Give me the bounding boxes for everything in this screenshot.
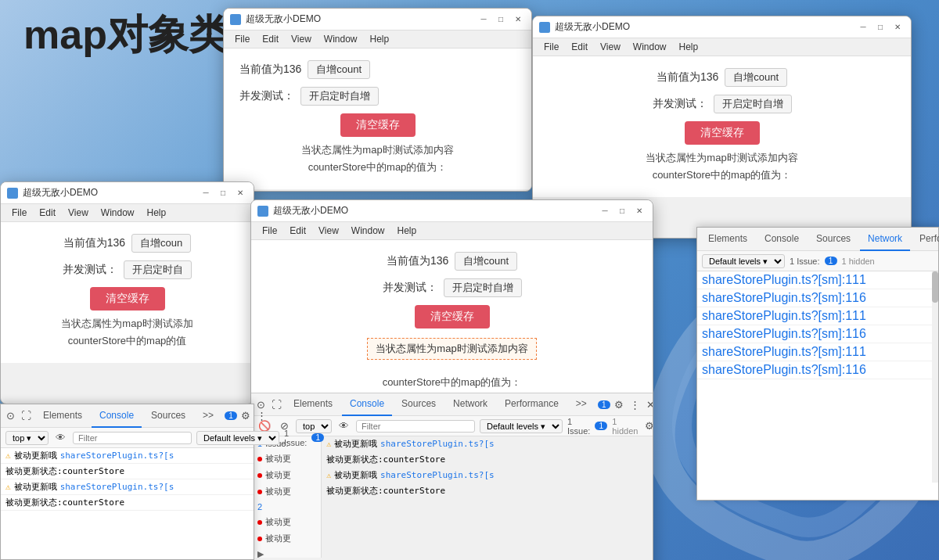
menu-window-1[interactable]: Window bbox=[318, 32, 364, 46]
menu-edit-4[interactable]: Edit bbox=[283, 224, 312, 238]
self-increment-btn-2[interactable]: 自增count bbox=[725, 68, 787, 87]
console-link-1[interactable]: shareStorePlugin.ts?[s bbox=[380, 439, 495, 449]
settings-btn-left[interactable]: ⚙ bbox=[239, 410, 253, 422]
devtools-tab-sources[interactable]: Sources bbox=[394, 393, 444, 416]
log-link-3[interactable]: shareStorePlugin.ts?[sm]:111 bbox=[702, 309, 866, 323]
tab-network-right[interactable]: Network bbox=[860, 228, 910, 251]
devtools-tab-more[interactable]: >> bbox=[568, 393, 595, 416]
close-btn-2[interactable]: ✕ bbox=[890, 20, 905, 34]
cursor-btn-left[interactable]: ⛶ bbox=[19, 410, 34, 422]
menu-file-1[interactable]: File bbox=[228, 32, 256, 46]
sidebar-list-4: 1 Issue: 被动更 被动更 被动更 2 被动更 bbox=[251, 436, 322, 558]
menu-window-3[interactable]: Window bbox=[95, 206, 141, 220]
tab-sources-left[interactable]: Sources bbox=[143, 404, 193, 428]
filter-input[interactable] bbox=[356, 420, 475, 433]
start-timer-btn-3[interactable]: 开启定时自 bbox=[124, 260, 192, 279]
levels-select-right[interactable]: Default levels ▾ bbox=[702, 254, 785, 268]
console-msg-4: 被动更新状态:counterStore bbox=[326, 485, 445, 497]
minimize-btn-4[interactable]: ─ bbox=[598, 204, 612, 218]
menu-edit-1[interactable]: Edit bbox=[256, 32, 285, 46]
clear-cache-btn-3[interactable]: 清空缓存 bbox=[90, 287, 165, 311]
tab-console-left[interactable]: Console bbox=[92, 404, 142, 428]
tab-performance-right[interactable]: Performance bbox=[912, 228, 939, 251]
maximize-btn-2[interactable]: □ bbox=[873, 20, 887, 34]
menu-view-2[interactable]: View bbox=[594, 40, 627, 54]
devtools-tab-performance[interactable]: Performance bbox=[497, 393, 567, 416]
maximize-btn-3[interactable]: □ bbox=[216, 186, 230, 200]
menu-window-4[interactable]: Window bbox=[345, 224, 391, 238]
devtools-close-btn-4[interactable]: ✕ bbox=[644, 399, 653, 411]
menu-view-3[interactable]: View bbox=[62, 206, 95, 220]
menu-file-2[interactable]: File bbox=[538, 40, 565, 54]
self-increment-btn-4[interactable]: 自增count bbox=[455, 252, 517, 271]
concurrent-label-2: 并发测试： bbox=[653, 97, 707, 111]
clear-cache-btn-1[interactable]: 清空缓存 bbox=[340, 113, 416, 137]
menu-window-2[interactable]: Window bbox=[627, 40, 673, 54]
close-btn-1[interactable]: ✕ bbox=[511, 13, 525, 27]
menu-edit-2[interactable]: Edit bbox=[565, 40, 594, 54]
menu-file-3[interactable]: File bbox=[5, 206, 33, 220]
start-timer-btn-2[interactable]: 开启定时自增 bbox=[714, 95, 792, 113]
menu-help-1[interactable]: Help bbox=[364, 32, 396, 46]
link-l2[interactable]: shareStorePlugin.ts?[s bbox=[60, 482, 174, 492]
tab-elements-left[interactable]: Elements bbox=[35, 404, 90, 428]
clear-console-btn[interactable]: 🚫 bbox=[256, 420, 273, 432]
log-link-2[interactable]: shareStorePlugin.ts?[sm]:116 bbox=[702, 291, 866, 305]
devtools-tab-console[interactable]: Console bbox=[342, 393, 392, 416]
menu-help-3[interactable]: Help bbox=[141, 206, 173, 220]
top-select-left[interactable]: top ▾ bbox=[5, 431, 49, 445]
console-link-2[interactable]: shareStorePlugin.ts?[s bbox=[380, 470, 495, 480]
devtools-more-btn-4[interactable]: ⋮ bbox=[628, 399, 642, 411]
devtools-tab-network[interactable]: Network bbox=[445, 393, 495, 416]
levels-select-left[interactable]: Default levels ▾ bbox=[196, 431, 279, 445]
close-btn-3[interactable]: ✕ bbox=[233, 186, 247, 200]
start-timer-btn-1[interactable]: 开启定时自增 bbox=[300, 87, 379, 106]
scrollbar-track bbox=[932, 271, 938, 483]
log-link-4[interactable]: shareStorePlugin.ts?[sm]:116 bbox=[702, 327, 866, 341]
link-l1[interactable]: shareStorePlugin.ts?[s bbox=[60, 451, 174, 461]
minimize-btn-3[interactable]: ─ bbox=[199, 186, 213, 200]
devtools-settings-btn-4[interactable]: ⚙ bbox=[612, 399, 626, 411]
filter-input-left[interactable] bbox=[73, 432, 192, 444]
more-btn-left[interactable]: ⋮ bbox=[254, 410, 269, 422]
map-hint-4[interactable]: 当状态属性为map时测试添加内容 bbox=[367, 338, 536, 360]
maximize-btn-4[interactable]: □ bbox=[615, 204, 629, 218]
tab-sources-right[interactable]: Sources bbox=[808, 228, 858, 251]
self-increment-btn-1[interactable]: 自增count bbox=[308, 60, 370, 79]
menu-help-2[interactable]: Help bbox=[673, 40, 705, 54]
minimize-btn-1[interactable]: ─ bbox=[477, 13, 491, 27]
menu-help-4[interactable]: Help bbox=[391, 224, 423, 238]
settings-gear-btn[interactable]: ⚙ bbox=[642, 420, 653, 432]
log-link-5[interactable]: shareStorePlugin.ts?[sm]:111 bbox=[702, 345, 866, 359]
self-increment-btn-3[interactable]: 自增coun bbox=[131, 234, 191, 253]
devtools-inspect-btn[interactable]: ⊙ bbox=[254, 399, 268, 411]
log-link-1[interactable]: shareStorePlugin.ts?[sm]:111 bbox=[702, 273, 866, 287]
clear-cache-btn-2[interactable]: 清空缓存 bbox=[685, 121, 760, 145]
menu-edit-3[interactable]: Edit bbox=[33, 206, 62, 220]
levels-select[interactable]: Default levels ▾ bbox=[480, 419, 563, 433]
start-timer-btn-4[interactable]: 开启定时自增 bbox=[444, 278, 522, 297]
devtools-tab-elements[interactable]: Elements bbox=[286, 393, 340, 416]
scrollbar-thumb[interactable] bbox=[932, 271, 938, 303]
minimize-btn-2[interactable]: ─ bbox=[856, 20, 870, 34]
inspect-btn-left[interactable]: ⊙ bbox=[4, 410, 17, 422]
maximize-btn-1[interactable]: □ bbox=[494, 13, 508, 27]
devtools-cursor-btn[interactable]: ⛶ bbox=[269, 399, 284, 411]
expand-arrow-icon[interactable]: ▶ bbox=[257, 549, 267, 558]
issue-badge-right: 1 bbox=[825, 257, 837, 265]
tab-console-right[interactable]: Console bbox=[757, 228, 807, 251]
window-title-4: 超级无敌小DEMO bbox=[273, 204, 348, 217]
clear-cache-btn-4[interactable]: 清空缓存 bbox=[415, 305, 490, 328]
console-content-left: ⚠ 被动更新哦 shareStorePlugin.ts?[s 被动更新状态:co… bbox=[1, 448, 254, 542]
badge-left: 1 bbox=[225, 411, 237, 420]
eye-btn-left[interactable]: 👁 bbox=[53, 432, 68, 443]
map-hint-1: 当状态属性为map时测试添加内容 bbox=[239, 143, 516, 157]
menu-view-4[interactable]: View bbox=[312, 224, 345, 238]
menu-file-4[interactable]: File bbox=[256, 224, 283, 238]
menu-view-1[interactable]: View bbox=[285, 32, 318, 46]
close-btn-4[interactable]: ✕ bbox=[632, 204, 646, 218]
eye-btn[interactable]: 👁 bbox=[336, 420, 351, 432]
tab-elements-right[interactable]: Elements bbox=[700, 228, 755, 251]
log-link-6[interactable]: shareStorePlugin.ts?[sm]:116 bbox=[702, 363, 866, 377]
tab-more-left[interactable]: >> bbox=[195, 404, 221, 428]
